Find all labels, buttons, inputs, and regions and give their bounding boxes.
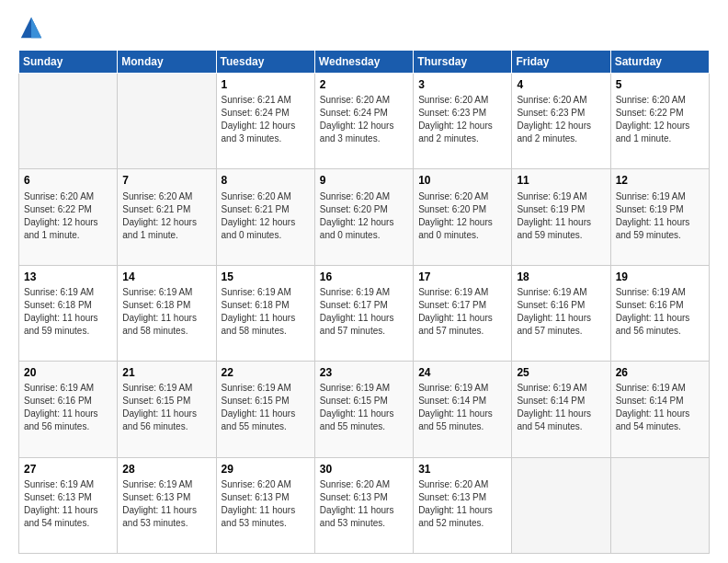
day-number: 26 — [616, 365, 704, 380]
day-number: 12 — [616, 173, 704, 188]
weekday-header-thursday: Thursday — [414, 51, 512, 74]
day-info: Sunrise: 6:19 AM Sunset: 6:17 PM Dayligh… — [418, 286, 506, 338]
day-number: 8 — [222, 173, 310, 188]
day-number: 28 — [122, 462, 210, 477]
day-number: 6 — [24, 173, 112, 188]
day-number: 7 — [122, 173, 210, 188]
day-number: 9 — [320, 173, 408, 188]
day-number: 25 — [517, 365, 605, 380]
calendar-cell — [19, 74, 118, 169]
day-number: 21 — [122, 365, 210, 380]
logo-icon — [18, 15, 44, 40]
svg-marker-1 — [31, 17, 41, 38]
calendar-cell: 18Sunrise: 6:19 AM Sunset: 6:16 PM Dayli… — [512, 265, 610, 361]
day-info: Sunrise: 6:19 AM Sunset: 6:18 PM Dayligh… — [24, 286, 112, 338]
calendar-cell: 13Sunrise: 6:19 AM Sunset: 6:18 PM Dayli… — [19, 265, 118, 361]
day-number: 11 — [517, 173, 605, 188]
day-number: 10 — [418, 173, 506, 188]
day-number: 31 — [418, 462, 506, 477]
day-number: 15 — [222, 270, 310, 284]
day-number: 2 — [320, 77, 408, 92]
calendar-cell: 14Sunrise: 6:19 AM Sunset: 6:18 PM Dayli… — [118, 265, 216, 361]
day-info: Sunrise: 6:20 AM Sunset: 6:20 PM Dayligh… — [320, 190, 408, 242]
calendar-cell: 10Sunrise: 6:20 AM Sunset: 6:20 PM Dayli… — [414, 169, 512, 265]
page: SundayMondayTuesdayWednesdayThursdayFrid… — [0, 0, 728, 563]
weekday-header-monday: Monday — [118, 51, 216, 74]
calendar-cell: 31Sunrise: 6:20 AM Sunset: 6:13 PM Dayli… — [414, 457, 512, 553]
day-number: 20 — [24, 365, 112, 380]
calendar-cell — [118, 74, 216, 169]
day-info: Sunrise: 6:21 AM Sunset: 6:24 PM Dayligh… — [222, 94, 310, 145]
weekday-header-saturday: Saturday — [610, 51, 709, 74]
day-number: 19 — [616, 270, 704, 284]
day-info: Sunrise: 6:19 AM Sunset: 6:16 PM Dayligh… — [24, 382, 112, 433]
day-info: Sunrise: 6:20 AM Sunset: 6:20 PM Dayligh… — [418, 190, 506, 242]
day-info: Sunrise: 6:19 AM Sunset: 6:15 PM Dayligh… — [122, 382, 210, 433]
weekday-header-wednesday: Wednesday — [314, 51, 413, 74]
day-number: 4 — [517, 77, 605, 92]
day-info: Sunrise: 6:19 AM Sunset: 6:18 PM Dayligh… — [222, 286, 310, 338]
day-info: Sunrise: 6:19 AM Sunset: 6:13 PM Dayligh… — [24, 478, 112, 530]
calendar-cell: 29Sunrise: 6:20 AM Sunset: 6:13 PM Dayli… — [216, 457, 314, 553]
calendar-cell: 25Sunrise: 6:19 AM Sunset: 6:14 PM Dayli… — [512, 362, 610, 457]
day-info: Sunrise: 6:20 AM Sunset: 6:22 PM Dayligh… — [24, 190, 112, 242]
day-info: Sunrise: 6:20 AM Sunset: 6:21 PM Dayligh… — [222, 190, 310, 242]
calendar-week-row: 13Sunrise: 6:19 AM Sunset: 6:18 PM Dayli… — [19, 265, 710, 361]
calendar-cell: 17Sunrise: 6:19 AM Sunset: 6:17 PM Dayli… — [414, 265, 512, 361]
day-number: 16 — [320, 270, 408, 284]
day-number: 27 — [24, 462, 112, 477]
calendar-cell: 5Sunrise: 6:20 AM Sunset: 6:22 PM Daylig… — [610, 74, 709, 169]
day-info: Sunrise: 6:20 AM Sunset: 6:13 PM Dayligh… — [222, 478, 310, 530]
day-info: Sunrise: 6:20 AM Sunset: 6:24 PM Dayligh… — [320, 94, 408, 145]
header — [18, 15, 710, 40]
calendar-cell: 24Sunrise: 6:19 AM Sunset: 6:14 PM Dayli… — [414, 362, 512, 457]
day-info: Sunrise: 6:19 AM Sunset: 6:19 PM Dayligh… — [517, 190, 605, 242]
day-info: Sunrise: 6:20 AM Sunset: 6:13 PM Dayligh… — [320, 478, 408, 530]
day-info: Sunrise: 6:19 AM Sunset: 6:14 PM Dayligh… — [616, 382, 704, 433]
calendar-cell: 1Sunrise: 6:21 AM Sunset: 6:24 PM Daylig… — [216, 74, 314, 169]
calendar-cell: 28Sunrise: 6:19 AM Sunset: 6:13 PM Dayli… — [118, 457, 216, 553]
day-number: 24 — [418, 365, 506, 380]
calendar-cell: 30Sunrise: 6:20 AM Sunset: 6:13 PM Dayli… — [314, 457, 413, 553]
day-info: Sunrise: 6:19 AM Sunset: 6:17 PM Dayligh… — [320, 286, 408, 338]
day-number: 3 — [418, 77, 506, 92]
day-number: 17 — [418, 270, 506, 284]
day-number: 18 — [517, 270, 605, 284]
day-info: Sunrise: 6:19 AM Sunset: 6:19 PM Dayligh… — [616, 190, 704, 242]
day-info: Sunrise: 6:20 AM Sunset: 6:21 PM Dayligh… — [122, 190, 210, 242]
day-number: 5 — [616, 77, 704, 92]
calendar-week-row: 6Sunrise: 6:20 AM Sunset: 6:22 PM Daylig… — [19, 169, 710, 265]
calendar-cell: 11Sunrise: 6:19 AM Sunset: 6:19 PM Dayli… — [512, 169, 610, 265]
calendar-cell: 21Sunrise: 6:19 AM Sunset: 6:15 PM Dayli… — [118, 362, 216, 457]
day-info: Sunrise: 6:19 AM Sunset: 6:14 PM Dayligh… — [517, 382, 605, 433]
calendar-cell: 27Sunrise: 6:19 AM Sunset: 6:13 PM Dayli… — [19, 457, 118, 553]
calendar-cell — [512, 457, 610, 553]
calendar-cell: 4Sunrise: 6:20 AM Sunset: 6:23 PM Daylig… — [512, 74, 610, 169]
weekday-header-sunday: Sunday — [19, 51, 118, 74]
day-info: Sunrise: 6:19 AM Sunset: 6:16 PM Dayligh… — [616, 286, 704, 338]
calendar-cell: 20Sunrise: 6:19 AM Sunset: 6:16 PM Dayli… — [19, 362, 118, 457]
calendar-cell: 3Sunrise: 6:20 AM Sunset: 6:23 PM Daylig… — [414, 74, 512, 169]
calendar-week-row: 1Sunrise: 6:21 AM Sunset: 6:24 PM Daylig… — [19, 74, 710, 169]
calendar-cell: 6Sunrise: 6:20 AM Sunset: 6:22 PM Daylig… — [19, 169, 118, 265]
weekday-header-tuesday: Tuesday — [216, 51, 314, 74]
calendar-week-row: 27Sunrise: 6:19 AM Sunset: 6:13 PM Dayli… — [19, 457, 710, 553]
day-info: Sunrise: 6:20 AM Sunset: 6:23 PM Dayligh… — [517, 94, 605, 145]
day-info: Sunrise: 6:20 AM Sunset: 6:23 PM Dayligh… — [418, 94, 506, 145]
day-number: 22 — [222, 365, 310, 380]
calendar-cell: 22Sunrise: 6:19 AM Sunset: 6:15 PM Dayli… — [216, 362, 314, 457]
calendar-cell: 12Sunrise: 6:19 AM Sunset: 6:19 PM Dayli… — [610, 169, 709, 265]
day-info: Sunrise: 6:19 AM Sunset: 6:18 PM Dayligh… — [122, 286, 210, 338]
day-info: Sunrise: 6:19 AM Sunset: 6:15 PM Dayligh… — [222, 382, 310, 433]
day-number: 13 — [24, 270, 112, 284]
weekday-header-friday: Friday — [512, 51, 610, 74]
calendar-cell: 15Sunrise: 6:19 AM Sunset: 6:18 PM Dayli… — [216, 265, 314, 361]
day-info: Sunrise: 6:19 AM Sunset: 6:13 PM Dayligh… — [122, 478, 210, 530]
day-info: Sunrise: 6:19 AM Sunset: 6:15 PM Dayligh… — [320, 382, 408, 433]
calendar-cell — [610, 457, 709, 553]
calendar-cell: 16Sunrise: 6:19 AM Sunset: 6:17 PM Dayli… — [314, 265, 413, 361]
calendar-cell: 8Sunrise: 6:20 AM Sunset: 6:21 PM Daylig… — [216, 169, 314, 265]
calendar-week-row: 20Sunrise: 6:19 AM Sunset: 6:16 PM Dayli… — [19, 362, 710, 457]
day-info: Sunrise: 6:20 AM Sunset: 6:22 PM Dayligh… — [616, 94, 704, 145]
calendar-cell: 7Sunrise: 6:20 AM Sunset: 6:21 PM Daylig… — [118, 169, 216, 265]
